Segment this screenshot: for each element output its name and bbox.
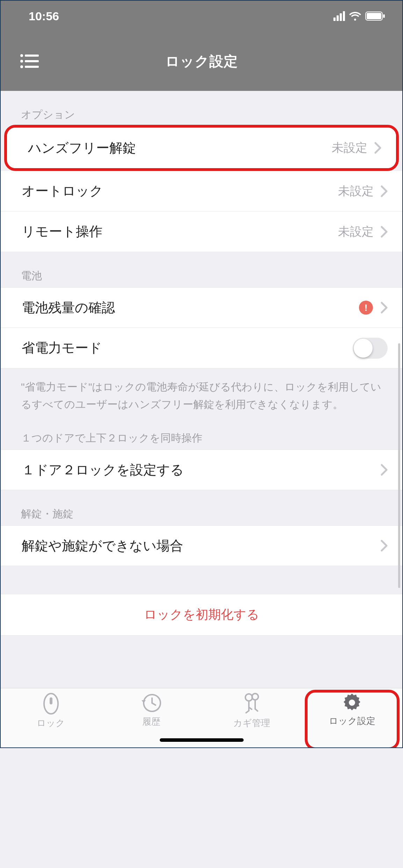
cellular-icon	[333, 11, 345, 21]
row-battery-check[interactable]: 電池残量の確認 !	[1, 287, 402, 328]
status-indicators	[333, 11, 386, 21]
row-label: 省電力モード	[22, 339, 353, 357]
svg-point-12	[245, 694, 252, 701]
reset-lock-button[interactable]: ロックを初期化する	[1, 594, 402, 636]
tab-label: カギ管理	[233, 717, 270, 729]
row-dual-lock[interactable]: １ドア２ロックを設定する	[1, 450, 402, 490]
svg-point-5	[20, 60, 23, 63]
toggle-knob	[354, 339, 373, 358]
options-group: ハンズフリー解錠 未設定 オートロック 未設定 リモート操作 未設定	[1, 125, 402, 252]
tab-label: ロック設定	[329, 715, 375, 727]
tab-lock[interactable]: ロック	[1, 693, 101, 747]
lock-oval-icon	[42, 693, 60, 715]
menu-icon[interactable]	[20, 54, 39, 69]
highlight-handsfree: ハンズフリー解錠 未設定	[4, 125, 399, 171]
content: オプション ハンズフリー解錠 未設定 オートロック 未設定 リモート操作 未設定	[1, 91, 402, 688]
row-handsfree-unlock[interactable]: ハンズフリー解錠 未設定	[7, 128, 396, 168]
row-eco-mode: 省電力モード	[1, 328, 402, 368]
page-title: ロック設定	[1, 52, 402, 71]
svg-rect-10	[50, 697, 52, 704]
tab-label: ロック	[37, 717, 65, 729]
svg-point-14	[349, 700, 355, 706]
keys-icon	[242, 693, 261, 715]
row-label: 電池残量の確認	[22, 299, 359, 317]
svg-point-3	[20, 54, 23, 57]
status-time: 10:56	[29, 9, 59, 23]
chevron-right-icon	[381, 464, 388, 476]
chevron-right-icon	[381, 226, 388, 238]
row-remote-operation[interactable]: リモート操作 未設定	[1, 211, 402, 252]
svg-rect-8	[25, 66, 39, 68]
row-value: 未設定	[332, 140, 367, 156]
row-label: ハンズフリー解錠	[28, 139, 332, 157]
row-label: 解錠や施錠ができない場合	[22, 537, 381, 555]
row-label: オートロック	[22, 182, 338, 200]
svg-rect-4	[25, 55, 39, 57]
section-label-battery: 電池	[1, 252, 402, 287]
row-label: リモート操作	[22, 223, 338, 241]
row-value: 未設定	[338, 224, 374, 240]
svg-rect-2	[383, 14, 385, 18]
spacer	[1, 636, 402, 688]
row-autolock[interactable]: オートロック 未設定	[1, 171, 402, 211]
row-troubleshoot[interactable]: 解錠や施錠ができない場合	[1, 525, 402, 566]
tab-label: 履歴	[142, 716, 160, 728]
eco-mode-toggle[interactable]	[353, 338, 388, 359]
chevron-right-icon	[374, 142, 381, 154]
battery-group: 電池残量の確認 ! 省電力モード	[1, 287, 402, 368]
row-value: 未設定	[338, 183, 374, 199]
row-label: １ドア２ロックを設定する	[22, 461, 381, 479]
eco-mode-note: "省電力モード"はロックの電池寿命が延びる代わりに、ロックを利用しているすべての…	[1, 368, 402, 416]
section-label-options: オプション	[1, 91, 402, 126]
svg-rect-6	[25, 60, 39, 62]
section-label-operate: 解錠・施錠	[1, 490, 402, 525]
alert-icon: !	[359, 301, 373, 315]
svg-rect-1	[367, 13, 381, 19]
history-icon	[141, 693, 162, 713]
operate-group: 解錠や施錠ができない場合	[1, 525, 402, 566]
svg-point-7	[20, 65, 23, 68]
nav-header: ロック設定	[1, 31, 402, 91]
section-label-dual: １つのドアで上下２ロックを同時操作	[1, 416, 402, 450]
gear-icon	[342, 693, 362, 713]
chevron-right-icon	[381, 540, 388, 552]
scrollbar[interactable]	[398, 343, 400, 588]
battery-icon	[365, 12, 386, 21]
chevron-right-icon	[381, 185, 388, 197]
tab-lock-settings[interactable]: ロック設定	[302, 693, 402, 747]
wifi-icon	[349, 12, 361, 21]
dual-group: １ドア２ロックを設定する	[1, 450, 402, 490]
status-bar: 10:56	[1, 1, 402, 31]
chevron-right-icon	[381, 302, 388, 314]
home-indicator[interactable]	[160, 738, 244, 742]
